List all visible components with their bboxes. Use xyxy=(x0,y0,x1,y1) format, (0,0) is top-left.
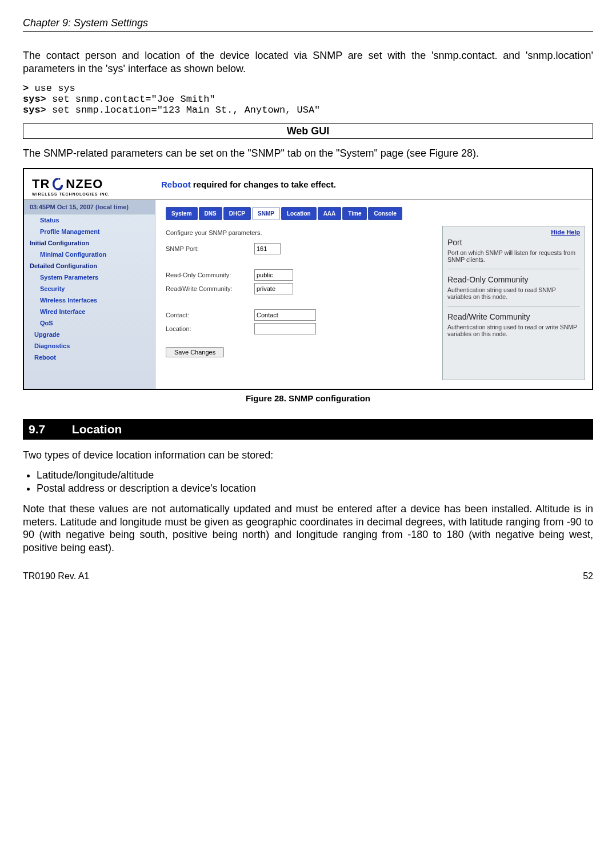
logo-text-tr: TR xyxy=(32,177,50,192)
screenshot-topbar: TR NZEO WIRELESS TECHNOLOGIES INC. Reboo… xyxy=(24,169,592,200)
bullet-postal: Postal address or description a device's… xyxy=(37,483,593,495)
cli-prompt-1: > xyxy=(23,83,29,94)
sidebar-item-sysparams[interactable]: System Parameters xyxy=(24,272,155,283)
tab-bar: System DNS DHCP SNMP Location AAA Time C… xyxy=(166,207,592,220)
help-text-rw: Authentication string used to read or wr… xyxy=(447,324,580,337)
save-changes-button[interactable]: Save Changes xyxy=(166,347,224,357)
sidebar-item-upgrade[interactable]: Upgrade xyxy=(24,329,155,340)
help-panel: Hide Help Port Port on which SNMP will l… xyxy=(442,226,585,380)
web-gui-heading: Web GUI xyxy=(23,123,593,139)
sidebar-item-qos[interactable]: QoS xyxy=(24,317,155,329)
cli-cmd-1: use sys xyxy=(29,83,75,94)
sidebar-item-wireless[interactable]: Wireless Interfaces xyxy=(24,294,155,306)
tab-aaa[interactable]: AAA xyxy=(318,207,342,220)
location-input[interactable] xyxy=(254,323,316,334)
chapter-header: Chapter 9: System Settings xyxy=(23,17,593,29)
tab-location[interactable]: Location xyxy=(281,207,317,220)
sidebar-item-diagnostics[interactable]: Diagnostics xyxy=(24,340,155,352)
tab-dns[interactable]: DNS xyxy=(199,207,222,220)
logo-subtext: WIRELESS TECHNOLOGIES INC. xyxy=(32,192,151,196)
section-header: 9.7 Location xyxy=(23,419,593,440)
cli-block: > use sys sys> set snmp.contact="Joe Smi… xyxy=(23,83,593,115)
section-title: Location xyxy=(72,422,122,436)
cli-prompt-2: sys> xyxy=(23,94,46,105)
sidebar-item-reboot[interactable]: Reboot xyxy=(24,352,155,363)
figure-caption: Figure 28. SNMP configuration xyxy=(23,393,593,403)
form-hint: Configure your SNMP parameters. xyxy=(166,229,433,236)
tab-dhcp[interactable]: DHCP xyxy=(223,207,251,220)
help-divider-1 xyxy=(447,269,580,269)
sidebar: 03:45PM Oct 15, 2007 (local time) Status… xyxy=(24,200,155,389)
tab-system[interactable]: System xyxy=(166,207,198,220)
snmp-form: Configure your SNMP parameters. SNMP Por… xyxy=(166,225,433,380)
contact-input[interactable] xyxy=(254,309,316,321)
intro-paragraph: The contact person and location of the d… xyxy=(23,49,593,75)
section-number: 9.7 xyxy=(29,422,69,436)
logo: TR NZEO WIRELESS TECHNOLOGIES INC. xyxy=(24,169,155,200)
main-panel: System DNS DHCP SNMP Location AAA Time C… xyxy=(155,200,592,389)
sidebar-group-initial[interactable]: Initial Configuration xyxy=(24,237,155,249)
header-rule xyxy=(23,31,593,32)
bullet-latlon: Latitude/longitude/altitude xyxy=(37,469,593,481)
rw-community-label: Read/Write Community: xyxy=(166,285,254,292)
tab-snmp[interactable]: SNMP xyxy=(252,207,280,220)
sidebar-item-profile[interactable]: Profile Management xyxy=(24,226,155,237)
ro-community-label: Read-Only Community: xyxy=(166,272,254,278)
reboot-word: Reboot xyxy=(161,180,191,189)
snmp-port-input[interactable] xyxy=(254,243,281,254)
hide-help-link[interactable]: Hide Help xyxy=(447,229,580,236)
reboot-rest: required for changes to take effect. xyxy=(191,180,336,189)
rw-community-input[interactable] xyxy=(254,283,293,294)
tab-time[interactable]: Time xyxy=(342,207,367,220)
help-divider-2 xyxy=(447,306,580,306)
location-para-1: Two types of device location information… xyxy=(23,449,593,462)
footer-page-number: 52 xyxy=(583,571,593,581)
footer-left: TR0190 Rev. A1 xyxy=(23,571,89,581)
help-heading-port: Port xyxy=(447,238,580,247)
help-heading-rw: Read/Write Community xyxy=(447,312,580,321)
sidebar-item-status[interactable]: Status xyxy=(24,214,155,226)
sidebar-group-detailed[interactable]: Detailed Configuration xyxy=(24,260,155,272)
cli-prompt-3: sys> xyxy=(23,105,46,115)
web-gui-paragraph: The SNMP-related parameters can be set o… xyxy=(23,147,593,160)
location-bullets: Latitude/longitude/altitude Postal addre… xyxy=(37,469,593,495)
sidebar-item-security[interactable]: Security xyxy=(24,283,155,294)
location-label: Location: xyxy=(166,325,254,332)
tab-console[interactable]: Console xyxy=(368,207,402,220)
timestamp: 03:45PM Oct 15, 2007 (local time) xyxy=(24,200,155,214)
help-text-port: Port on which SNMP will listen for reque… xyxy=(447,249,580,263)
cli-cmd-3: set snmp.location="123 Main St., Anytown… xyxy=(46,105,320,115)
sidebar-item-wired[interactable]: Wired Interface xyxy=(24,306,155,317)
svg-point-0 xyxy=(58,178,61,180)
help-text-ro: Authentication string used to read SNMP … xyxy=(447,286,580,300)
help-heading-ro: Read-Only Community xyxy=(447,275,580,284)
logo-swirl-icon xyxy=(51,176,64,192)
contact-label: Contact: xyxy=(166,312,254,318)
sidebar-item-minimal[interactable]: Minimal Configuration xyxy=(24,249,155,260)
page-footer: TR0190 Rev. A1 52 xyxy=(23,571,593,581)
snmp-port-label: SNMP Port: xyxy=(166,245,254,252)
logo-text-nzeo: NZEO xyxy=(66,177,103,192)
location-para-2: Note that these values are not automatic… xyxy=(23,503,593,554)
reboot-notice: Reboot required for changes to take effe… xyxy=(155,180,336,189)
ro-community-input[interactable] xyxy=(254,269,293,281)
cli-cmd-2: set snmp.contact="Joe Smith" xyxy=(46,94,215,105)
snmp-screenshot: TR NZEO WIRELESS TECHNOLOGIES INC. Reboo… xyxy=(23,168,593,390)
